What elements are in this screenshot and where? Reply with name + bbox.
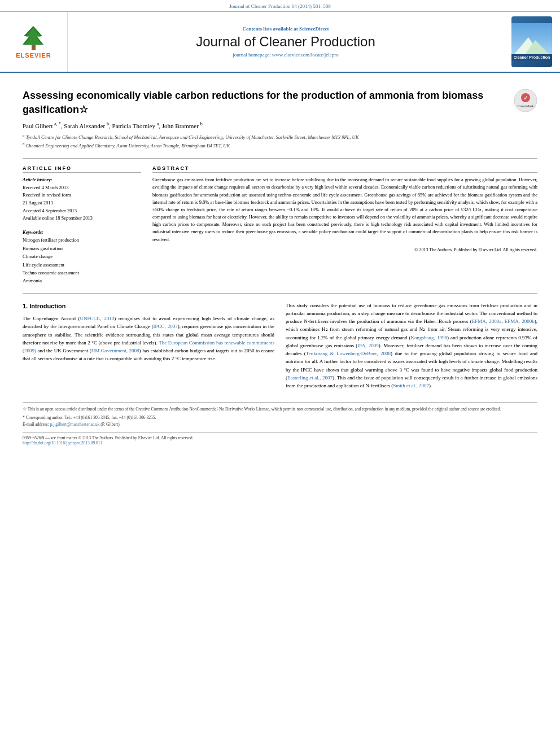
available-date: Available online 18 September 2013 — [23, 215, 141, 222]
main-content: Assessing economically viable carbon red… — [0, 73, 560, 455]
link-ipcc[interactable]: IPCC, 2007 — [154, 324, 178, 329]
affiliations: a Tyndall Centre for Climate Change Rese… — [23, 133, 502, 149]
accepted-date: Accepted 4 September 2013 — [23, 207, 141, 215]
keyword-2: Biomass gasification — [23, 244, 141, 252]
abstract-col: ABSTRACT Greenhouse gas emissions from f… — [152, 165, 537, 285]
doi-link-line: http://dx.doi.org/10.1016/j.jclepro.2013… — [23, 440, 537, 445]
link-efma-2000b[interactable]: EFMA, 2000b — [505, 318, 535, 324]
abstract-copyright: © 2013 The Authors. Published by Elsevie… — [152, 247, 537, 254]
bottom-info: 0959-6526/$ — see front matter © 2013 Th… — [23, 432, 537, 445]
journal-title: Journal of Cleaner Production — [196, 34, 375, 50]
article-info-col: ARTICLE INFO Article history: Received 4… — [23, 165, 141, 285]
email-link[interactable]: p.j.gilbert@manchester.ac.uk — [50, 422, 100, 427]
cleaner-production-badge: Cleaner Production — [511, 16, 552, 67]
link-hm-govt[interactable]: HM Government, 2008 — [91, 348, 139, 353]
sciencedirect-line: Contents lists available at ScienceDirec… — [243, 26, 329, 32]
footnote-area: ☆ This is an open-access article distrib… — [23, 402, 537, 427]
keywords-label: Keywords: — [23, 228, 141, 236]
header-right: Cleaner Production — [504, 12, 560, 72]
body-section: 1. Introduction The Copenhagen Accord (U… — [23, 302, 537, 394]
intro-right-paragraph-1: This study considers the potential use o… — [286, 302, 537, 390]
abstract-label: ABSTRACT — [152, 165, 537, 173]
link-smith[interactable]: Smith et al., 2007 — [393, 383, 429, 388]
keyword-6: Ammonia — [23, 277, 141, 285]
revised-label: Received in revised form — [23, 191, 141, 199]
svg-text:CrossMark: CrossMark — [517, 104, 534, 108]
intro-left-paragraph-1: The Copenhagen Accord (UNFCCC, 2010) rec… — [23, 314, 274, 362]
keyword-5: Techno economic assessment — [23, 269, 141, 277]
svg-text:✓: ✓ — [523, 95, 528, 101]
keyword-3: Climate change — [23, 252, 141, 260]
abstract-text: Greenhouse gas emissions from fertiliser… — [152, 176, 537, 254]
crossmark-badge: ✓ CrossMark — [514, 89, 537, 112]
corresponding-footnote: * Corresponding author. Tel.: +44 (0)161… — [23, 414, 537, 421]
page-wrapper: Journal of Cleaner Production 64 (2014) … — [0, 0, 560, 747]
elsevier-logo: ELSEVIER — [16, 25, 51, 59]
homepage-url: www.elsevier.com/locate/jclepro — [272, 52, 339, 58]
history-label: Article history: — [23, 176, 141, 184]
elsevier-tree-icon — [18, 25, 49, 50]
elsevier-label: ELSEVIER — [16, 52, 51, 59]
section-divider — [23, 293, 537, 294]
badge-label: Cleaner Production — [511, 54, 552, 60]
journal-homepage: journal homepage: www.elsevier.com/locat… — [233, 52, 338, 58]
keyword-1: Nitrogen fertiliser production — [23, 236, 141, 244]
sciencedirect-label: ScienceDirect — [299, 26, 329, 32]
svg-marker-2 — [24, 28, 42, 45]
article-title: Assessing economically viable carbon red… — [23, 89, 502, 117]
body-left-col: 1. Introduction The Copenhagen Accord (U… — [23, 302, 274, 394]
header-left: ELSEVIER — [0, 12, 68, 72]
doi-link[interactable]: http://dx.doi.org/10.1016/j.jclepro.2013… — [23, 440, 102, 445]
link-kongshaug[interactable]: Kongshaug, 1998 — [411, 335, 447, 340]
article-header: Assessing economically viable carbon red… — [23, 82, 537, 159]
link-tenkorang[interactable]: Tenkorang & Lowenberg-DeBoer, 2008 — [306, 351, 391, 356]
revised-date: 21 August 2013 — [23, 199, 141, 207]
link-easterling[interactable]: Easterling et al., 2007 — [287, 375, 333, 381]
keyword-4: Life cycle assessment — [23, 261, 141, 269]
header-center: Contents lists available at ScienceDirec… — [68, 12, 504, 72]
link-unfccc[interactable]: UNFCCC, 2010 — [80, 316, 114, 321]
journal-header: ELSEVIER Contents lists available at Sci… — [0, 12, 560, 73]
link-european-commission[interactable]: The European Commission has renewable co… — [23, 340, 274, 353]
journal-citation: Journal of Cleaner Production 64 (2014) … — [229, 3, 330, 9]
article-title-block: Assessing economically viable carbon red… — [23, 89, 514, 154]
article-history: Article history: Received 4 March 2013 R… — [23, 176, 141, 222]
star-footnote: ☆ This is an open-access article distrib… — [23, 406, 537, 412]
link-ifa[interactable]: IFA, 2009 — [357, 343, 378, 348]
intro-heading: 1. Introduction — [23, 302, 274, 311]
email-footnote: E-mail address: p.j.gilbert@manchester.a… — [23, 421, 537, 427]
svg-rect-0 — [32, 45, 36, 50]
article-info-label: ARTICLE INFO — [23, 165, 141, 173]
badge-mountain-image — [511, 23, 552, 54]
keywords-block: Keywords: Nitrogen fertiliser production… — [23, 228, 141, 285]
issn-line: 0959-6526/$ — see front matter © 2013 Th… — [23, 435, 537, 440]
link-efma-2000a[interactable]: EFMA, 2000a — [472, 318, 501, 324]
body-right-col: This study considers the potential use o… — [286, 302, 537, 394]
article-meta-section: ARTICLE INFO Article history: Received 4… — [23, 165, 537, 285]
received-date: Received 4 March 2013 — [23, 184, 141, 192]
top-bar: Journal of Cleaner Production 64 (2014) … — [0, 0, 560, 12]
authors: Paul Gilbert a, *, Sarah Alexander b, Pa… — [23, 121, 502, 129]
